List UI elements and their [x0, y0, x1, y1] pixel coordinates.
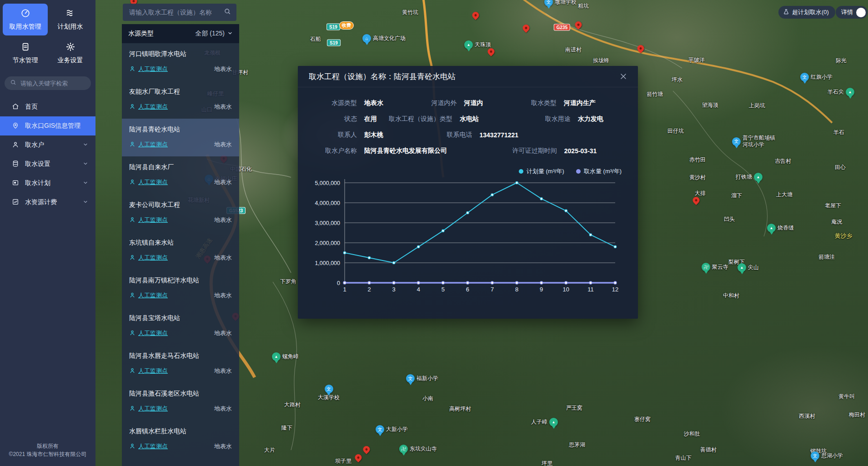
station-name: 陆河县激石溪老区水电站	[129, 390, 232, 398]
station-list-item[interactable]: 陆河县水唇走马石水电站人工监测点地表水	[122, 345, 239, 383]
sidebar-item-home[interactable]: 首页	[0, 97, 95, 116]
map-label: 田仔坑	[667, 127, 684, 135]
legend-label: 计划量 (m³/年)	[527, 167, 564, 175]
monitor-type-link[interactable]: 人工监测点	[129, 178, 168, 186]
map-label: 大片	[264, 446, 275, 454]
monitor-type-link[interactable]: 人工监测点	[129, 442, 168, 451]
source-type-dropdown[interactable]: 全部 (125)	[195, 30, 233, 38]
map-label: 隆下	[281, 424, 292, 432]
app-tile-doc[interactable]: 节水管理	[3, 37, 48, 69]
poi-label: 天珠顶	[475, 41, 491, 48]
station-list-item[interactable]: 东坑镇自来水站人工监测点地表水	[122, 232, 239, 270]
monitor-type-link[interactable]: 人工监测点	[129, 367, 168, 375]
station-list-item[interactable]: 水唇镇水栏肚水电站人工监测点地表水	[122, 421, 239, 458]
station-search-input[interactable]	[128, 8, 224, 16]
poi-label: 红旗小学	[811, 74, 833, 80]
poi-label: 烧香缝	[778, 225, 794, 231]
station-list-item[interactable]: 麦卡公司取水工程人工监测点地表水	[122, 194, 239, 232]
map-poi-temple[interactable]: 卍聚云寺	[702, 263, 728, 271]
water-source-label: 地表水	[214, 254, 232, 262]
sidebar-item-label: 水资源计费	[25, 198, 57, 206]
over-plan-intake-button[interactable]: 超计划取水(0)	[778, 6, 835, 19]
field-value: 2025-03-31	[564, 147, 597, 155]
map-poi-school[interactable]: 文墩塘学校	[544, 0, 577, 6]
map-poi-temple[interactable]: 卍东坑尖山寺	[399, 445, 437, 453]
map-poi-school[interactable]: 文思湖小学	[811, 451, 843, 460]
station-list-item[interactable]: 陆河县激石溪老区水电站人工监测点地表水	[122, 383, 239, 421]
detail-toggle-knob[interactable]	[856, 8, 866, 17]
sidebar-item-card[interactable]: 取水计划	[0, 174, 95, 193]
map-poi-mountain[interactable]: ▲人子嶂	[531, 418, 558, 426]
station-list-item[interactable]: 陆河县宝塔水电站人工监测点地表水	[122, 307, 239, 345]
map-poi-school[interactable]: 文大溪学校	[318, 385, 340, 401]
map-poi-school[interactable]: 文普宁市船埔镇 河坑小学	[732, 135, 775, 148]
station-meta: 人工监测点地表水	[129, 442, 232, 451]
station-search[interactable]	[123, 4, 236, 21]
monitor-type-link[interactable]: 人工监测点	[129, 103, 168, 111]
sidebar-item-chart[interactable]: 水资源计费	[0, 193, 95, 212]
field-label: 取水用途	[531, 115, 571, 123]
field-value: 陆河县青砼水电发展有限公司	[364, 147, 447, 155]
sidebar-item-pin[interactable]: 取水口GIS信息管理	[0, 116, 95, 135]
sidebar-search-input[interactable]	[20, 80, 90, 87]
map-label: 田心	[835, 164, 846, 171]
map-label: 黄竹坑	[402, 9, 418, 16]
monitor-type-link[interactable]: 人工监测点	[129, 216, 168, 224]
monitor-type-link[interactable]: 人工监测点	[129, 254, 168, 262]
svg-text:1,000,000: 1,000,000	[315, 260, 340, 266]
monitor-type-link[interactable]: 人工监测点	[129, 291, 168, 300]
pin-dot	[694, 199, 697, 202]
detail-toggle[interactable]: 详情	[836, 6, 868, 19]
map-poi-school[interactable]: 文红旗小学	[800, 73, 833, 81]
school-pin-icon: 文	[811, 451, 819, 460]
monitor-type-link[interactable]: 人工监测点	[129, 65, 168, 73]
svg-text:4,000,000: 4,000,000	[315, 200, 340, 206]
app-tile-gauge[interactable]: 取用水管理	[3, 4, 48, 35]
flask-icon	[783, 9, 789, 16]
station-list-item[interactable]: 友能水厂取水工程人工监测点地表水	[122, 81, 239, 119]
school-pin-icon: 文	[544, 0, 553, 6]
sidebar-item-user[interactable]: 取水户	[0, 135, 95, 155]
map-poi-school[interactable]: 文大新小学	[376, 425, 408, 434]
station-list-item[interactable]: 河口镇唱歌潭水电站人工监测点地表水	[122, 43, 239, 81]
map-poi-mountain[interactable]: ▲烧香缝	[767, 224, 794, 232]
app-tile-gear[interactable]: 业务设置	[48, 37, 93, 69]
map-label: 下罗角	[280, 278, 296, 286]
field: 水源类型地表水	[317, 99, 416, 107]
map-label: 中和村	[723, 292, 739, 300]
station-name: 友能水厂取水工程	[129, 88, 232, 96]
person-icon	[129, 292, 135, 300]
monitor-type-link[interactable]: 人工监测点	[129, 329, 168, 337]
svg-text:9: 9	[540, 286, 543, 293]
monitor-type-link[interactable]: 人工监测点	[129, 405, 168, 413]
field: 取水工程（设施）类型水电站	[389, 115, 531, 123]
search-icon[interactable]	[224, 8, 231, 17]
sidebar-item-db[interactable]: 取水设置	[0, 155, 95, 174]
station-list-item[interactable]: 陆河县自来水厂人工监测点地表水	[122, 156, 239, 194]
mountain-pin-icon: ▲	[767, 224, 776, 232]
sidebar-item-label: 取水户	[25, 141, 44, 149]
map-poi-place[interactable]: ⌂高塘文化广场	[362, 34, 406, 43]
road-badge: S19	[326, 24, 340, 30]
map-poi-mountain[interactable]: ▲螺角嶂	[272, 352, 299, 361]
station-list-item[interactable]: 陆河县青砼水电站人工监测点地表水	[122, 119, 239, 156]
map-poi-mountain[interactable]: ▲尖山	[738, 263, 759, 272]
station-list-item[interactable]: 陆河县南万镇杞洋水电站人工监测点地表水	[122, 270, 239, 307]
map-poi-school[interactable]: 文福新小学	[406, 374, 438, 383]
sidebar-search[interactable]	[5, 76, 91, 90]
field-label: 取水类型	[517, 99, 557, 107]
station-name: 陆河县水唇走马石水电站	[129, 352, 232, 360]
svg-text:2,000,000: 2,000,000	[315, 240, 340, 246]
monitor-type-link[interactable]: 人工监测点	[129, 140, 168, 149]
map-label: 严王窝	[566, 404, 582, 412]
map-poi-mountain[interactable]: ▲打铁塘	[736, 173, 763, 181]
app-tile-waves[interactable]: 计划用水	[48, 4, 93, 35]
field-value: 水电站	[460, 115, 479, 123]
map-poi-mountain[interactable]: ▲羊石尖	[828, 88, 854, 96]
map-poi-mountain[interactable]: ▲天珠顶	[464, 40, 491, 49]
sidebar: 取用水管理计划用水节水管理业务设置 首页取水口GIS信息管理取水户取水设置取水计…	[0, 0, 95, 466]
close-icon[interactable]	[619, 72, 628, 81]
station-name: 水唇镇水栏肚水电站	[129, 427, 232, 436]
mountain-pin-icon: ▲	[846, 88, 854, 96]
map-label: 西溪村	[799, 412, 815, 420]
